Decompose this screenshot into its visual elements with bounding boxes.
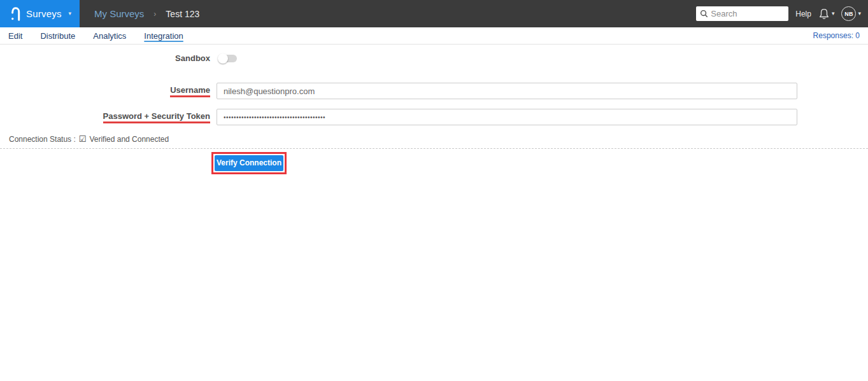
responses-count[interactable]: Responses: 0 xyxy=(813,31,860,40)
survey-tabs-bar: Edit Distribute Analytics Integration Re… xyxy=(0,27,868,45)
tab-edit[interactable]: Edit xyxy=(8,31,22,41)
integration-form: Sandbox Username Password + Security Tok… xyxy=(0,45,868,174)
checked-checkbox-icon: ☑ xyxy=(79,134,87,144)
verify-connection-button[interactable]: Verify Connection xyxy=(215,155,283,171)
breadcrumb: My Surveys › Test 123 xyxy=(94,0,199,27)
chevron-down-icon: ▾ xyxy=(69,11,72,17)
red-highlight-annotation: Verify Connection xyxy=(211,152,287,174)
breadcrumb-my-surveys[interactable]: My Surveys xyxy=(94,8,144,19)
questionpro-logo-icon xyxy=(10,6,20,22)
sandbox-label: Sandbox xyxy=(0,53,210,63)
chevron-down-icon: ▾ xyxy=(832,11,835,17)
product-label: Surveys xyxy=(26,8,62,19)
dashed-divider xyxy=(0,148,868,149)
password-row: Password + Security Token xyxy=(0,109,868,125)
password-input[interactable] xyxy=(217,109,797,125)
breadcrumb-survey-name: Test 123 xyxy=(166,9,199,19)
search-icon xyxy=(700,10,708,18)
sandbox-toggle[interactable] xyxy=(218,54,237,63)
username-input[interactable] xyxy=(217,83,797,99)
verify-button-row: Verify Connection xyxy=(211,152,868,174)
connection-status-value: Verified and Connected xyxy=(89,135,169,144)
password-label: Password + Security Token xyxy=(0,111,210,123)
sandbox-row: Sandbox xyxy=(0,53,868,63)
connection-status-label: Connection Status : xyxy=(9,135,76,144)
notifications-menu[interactable]: ▾ xyxy=(818,8,835,20)
username-row: Username xyxy=(0,83,868,99)
header-actions: Help ▾ NB ▾ xyxy=(696,0,868,27)
tab-integration[interactable]: Integration xyxy=(144,31,183,41)
breadcrumb-separator-icon: › xyxy=(153,10,156,18)
search-box[interactable] xyxy=(696,6,788,21)
bell-icon xyxy=(818,8,830,20)
username-label: Username xyxy=(0,85,210,97)
tab-distribute[interactable]: Distribute xyxy=(40,31,75,41)
chevron-down-icon: ▾ xyxy=(858,11,861,17)
help-link[interactable]: Help xyxy=(795,10,811,18)
account-menu[interactable]: NB ▾ xyxy=(841,6,861,21)
top-header-bar: Surveys ▾ My Surveys › Test 123 Help xyxy=(0,0,868,27)
search-input[interactable] xyxy=(711,9,785,18)
connection-status: Connection Status : ☑ Verified and Conne… xyxy=(0,134,868,144)
product-switcher[interactable]: Surveys ▾ xyxy=(0,0,80,27)
tab-analytics[interactable]: Analytics xyxy=(93,31,126,41)
toggle-knob xyxy=(218,53,228,64)
avatar[interactable]: NB xyxy=(841,6,856,21)
